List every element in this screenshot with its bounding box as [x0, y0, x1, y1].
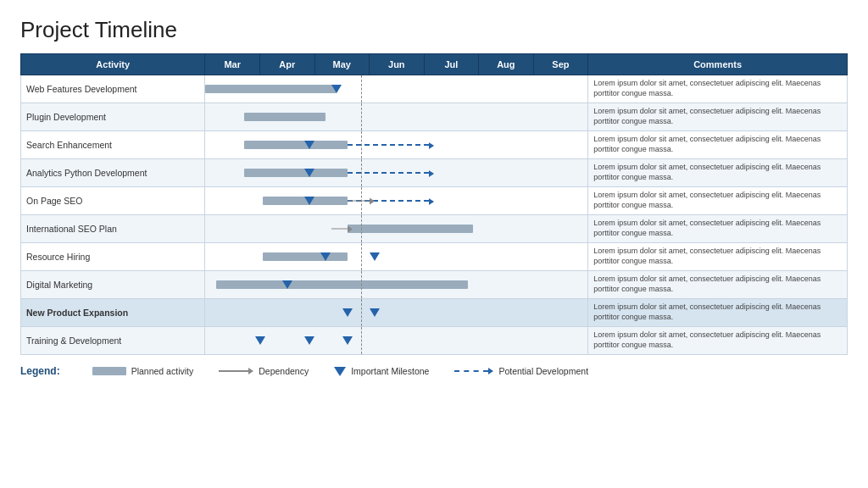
gantt-cell — [205, 327, 588, 355]
activity-cell: Analytics Python Development — [21, 159, 205, 187]
gantt-cell — [205, 271, 588, 299]
legend-dotted-item: Potential Development — [454, 366, 588, 376]
col-aug: Aug — [479, 54, 534, 75]
comment-cell: Lorem ipsum dolor sit amet, consectetuer… — [588, 103, 848, 131]
legend-milestone-icon — [334, 367, 346, 376]
activity-cell: New Product Expansion — [21, 299, 205, 327]
table-row: Resource HiringLorem ipsum dolor sit ame… — [21, 243, 848, 271]
col-jul: Jul — [424, 54, 479, 75]
table-row: International SEO PlanLorem ipsum dolor … — [21, 215, 848, 243]
activity-cell: On Page SEO — [21, 187, 205, 215]
col-jun: Jun — [370, 54, 425, 75]
activity-cell: Search Enhancement — [21, 131, 205, 159]
table-row: New Product ExpansionLorem ipsum dolor s… — [21, 299, 848, 327]
activity-cell: Training & Development — [21, 327, 205, 355]
activity-cell: Resource Hiring — [21, 243, 205, 271]
comment-cell: Lorem ipsum dolor sit amet, consectetuer… — [588, 299, 848, 327]
gantt-cell — [205, 187, 588, 215]
col-apr: Apr — [259, 54, 314, 75]
activity-cell: Web Features Development — [21, 75, 205, 103]
table-row: On Page SEOLorem ipsum dolor sit amet, c… — [21, 187, 848, 215]
col-sep: Sep — [533, 54, 588, 75]
comment-cell: Lorem ipsum dolor sit amet, consectetuer… — [588, 187, 848, 215]
table-row: Training & DevelopmentLorem ipsum dolor … — [21, 327, 848, 355]
activity-cell: Digital Marketing — [21, 271, 205, 299]
col-may: May — [314, 54, 370, 75]
comment-cell: Lorem ipsum dolor sit amet, consectetuer… — [588, 327, 848, 355]
comment-cell: Lorem ipsum dolor sit amet, consectetuer… — [588, 271, 848, 299]
gantt-table: Activity Mar Apr May Jun Jul Aug Sep Com… — [20, 53, 848, 355]
table-row: Analytics Python DevelopmentLorem ipsum … — [21, 159, 848, 187]
legend-arrow-label: Dependency — [259, 366, 309, 376]
gantt-cell — [205, 75, 588, 103]
table-row: Search EnhancementLorem ipsum dolor sit … — [21, 131, 848, 159]
activity-cell: Plugin Development — [21, 103, 205, 131]
page-title: Project Timeline — [20, 17, 848, 43]
table-row: Plugin DevelopmentLorem ipsum dolor sit … — [21, 103, 848, 131]
col-comments: Comments — [588, 54, 848, 75]
legend-bar-icon — [92, 367, 126, 375]
table-row: Web Features DevelopmentLorem ipsum dolo… — [21, 75, 848, 103]
gantt-cell — [205, 131, 588, 159]
table-row: Digital MarketingLorem ipsum dolor sit a… — [21, 271, 848, 299]
gantt-cell — [205, 159, 588, 187]
col-activity: Activity — [21, 54, 205, 75]
gantt-cell — [205, 299, 588, 327]
legend-milestone-item: Important Milestone — [334, 366, 429, 376]
legend: Legend: Planned activity Dependency Impo… — [20, 365, 848, 377]
comment-cell: Lorem ipsum dolor sit amet, consectetuer… — [588, 215, 848, 243]
comment-cell: Lorem ipsum dolor sit amet, consectetuer… — [588, 75, 848, 103]
gantt-cell — [205, 215, 588, 243]
legend-arrow-icon — [219, 368, 253, 374]
comment-cell: Lorem ipsum dolor sit amet, consectetuer… — [588, 131, 848, 159]
activity-cell: International SEO Plan — [21, 215, 205, 243]
legend-dotted-icon — [454, 368, 493, 374]
comment-cell: Lorem ipsum dolor sit amet, consectetuer… — [588, 159, 848, 187]
legend-dotted-label: Potential Development — [498, 366, 588, 376]
legend-arrow-item: Dependency — [219, 366, 309, 376]
legend-milestone-label: Important Milestone — [351, 366, 429, 376]
legend-bar-item: Planned activity — [92, 366, 194, 376]
gantt-cell — [205, 103, 588, 131]
legend-bar-label: Planned activity — [131, 366, 194, 376]
legend-title: Legend: — [20, 365, 60, 377]
col-mar: Mar — [205, 54, 260, 75]
gantt-cell — [205, 243, 588, 271]
comment-cell: Lorem ipsum dolor sit amet, consectetuer… — [588, 243, 848, 271]
